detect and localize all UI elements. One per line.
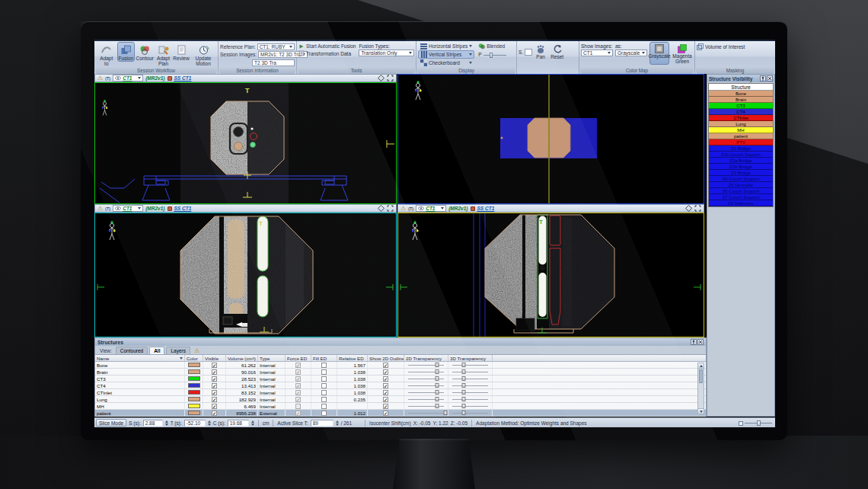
force-ed-cell[interactable]: ✓ xyxy=(286,376,311,382)
blended-button[interactable]: Blended xyxy=(476,42,508,50)
structure-color-cell[interactable] xyxy=(185,369,203,375)
show-2d-outlines-checkbox[interactable]: ✓ xyxy=(383,369,388,375)
fill-ed-cell[interactable] xyxy=(311,382,337,388)
scroll-up-button[interactable] xyxy=(698,363,704,369)
grayscale-toggle-button[interactable]: Grayscale xyxy=(649,42,669,65)
force-ed-checkbox[interactable]: ✓ xyxy=(295,411,301,416)
show-2d-outlines-cell[interactable]: ✓ xyxy=(368,382,404,388)
fill-ed-checkbox[interactable] xyxy=(321,369,327,375)
force-ed-checkbox[interactable]: ✓ xyxy=(295,363,301,368)
structure-visibility-row[interactable]: Bone xyxy=(709,91,773,97)
structure-visibility-row[interactable]: Lung xyxy=(709,121,773,127)
visible-checkbox[interactable]: ✓ xyxy=(212,369,217,375)
structure-visibility-row[interactable]: CTInlet xyxy=(709,115,773,121)
fill-ed-cell[interactable] xyxy=(311,389,337,395)
c-slice-input[interactable]: 19.68 xyxy=(228,420,249,427)
zoom-out-icon[interactable] xyxy=(739,421,743,426)
start-automatic-fusion-button[interactable]: Start Automatic Fusion xyxy=(298,43,356,50)
t-slice-spinner[interactable] xyxy=(208,420,211,426)
transparency-2d-slider[interactable] xyxy=(404,389,448,395)
tab-contoured[interactable]: Contoured xyxy=(116,347,148,354)
column-fill-ed[interactable]: Fill ED xyxy=(311,355,337,361)
reset-button[interactable]: Reset xyxy=(549,43,565,60)
viewport-room-overview[interactable] xyxy=(397,74,704,204)
structure-color-cell[interactable] xyxy=(185,382,203,388)
s-slice-spinner[interactable] xyxy=(165,420,168,426)
series-field[interactable]: T2 3D Tra xyxy=(252,59,295,66)
transparency-3d-slider[interactable] xyxy=(448,369,493,375)
show-2d-outlines-cell[interactable]: ✓ xyxy=(368,376,404,382)
fill-ed-checkbox[interactable] xyxy=(321,404,327,409)
force-ed-cell[interactable]: ✓ xyxy=(286,410,311,416)
force-ed-checkbox[interactable] xyxy=(295,404,301,409)
force-ed-checkbox[interactable]: ✓ xyxy=(295,390,301,395)
structure-visibility-row[interactable]: Z7 Couch Support xyxy=(709,194,773,200)
diamond-marker-icon[interactable] xyxy=(378,205,385,212)
force-ed-checkbox[interactable]: ✓ xyxy=(295,397,301,402)
column-show-2d-outlines[interactable]: Show 2D Outlines xyxy=(368,355,404,361)
transparency-2d-slider[interactable] xyxy=(404,369,448,375)
review-button[interactable]: Review xyxy=(172,42,190,62)
transparency-3d-slider[interactable] xyxy=(448,410,493,416)
active-slice-spinner[interactable] xyxy=(336,420,339,426)
structure-visibility-row[interactable]: Z3 Bridge xyxy=(709,170,773,176)
fill-ed-cell[interactable] xyxy=(311,376,337,382)
viewport-image-select[interactable]: CT1 xyxy=(416,205,446,212)
structure-visibility-row[interactable]: Z1b Couch Support xyxy=(709,152,773,158)
force-ed-checkbox[interactable]: ✓ xyxy=(295,383,301,388)
diamond-marker-icon[interactable] xyxy=(685,205,692,212)
structure-visibility-row[interactable]: Z2a Bridge xyxy=(709,158,773,164)
viewport-transverse-fusion[interactable]: T xyxy=(94,82,397,204)
visible-checkbox[interactable]: ✓ xyxy=(212,383,217,388)
structure-visibility-row[interactable]: Z5 Herculite xyxy=(709,182,773,188)
fill-ed-checkbox[interactable] xyxy=(321,411,327,416)
show-2d-outlines-checkbox[interactable]: ✓ xyxy=(383,390,388,395)
structure-table-row[interactable]: patient ✓ 8956.238 External ✓ 1.012 ✓ xyxy=(95,410,706,417)
column-3d-transparency[interactable]: 3D Transparency xyxy=(448,355,493,361)
structure-visibility-row[interactable]: Z2b Bridge xyxy=(709,164,773,170)
close-panel-button[interactable] xyxy=(697,339,704,345)
column-type[interactable]: Type xyxy=(258,355,286,361)
show-2d-outlines-cell[interactable]: ✓ xyxy=(368,403,404,409)
transparency-3d-slider[interactable] xyxy=(448,396,493,402)
fill-ed-cell[interactable] xyxy=(311,403,337,409)
force-ed-cell[interactable]: ✓ xyxy=(286,362,311,368)
fill-ed-cell[interactable] xyxy=(311,362,337,368)
transparency-3d-slider[interactable] xyxy=(448,382,493,388)
blend-slider[interactable] xyxy=(483,52,506,58)
status-zoom-slider[interactable] xyxy=(739,420,774,427)
structure-visibility-row[interactable]: Z8 Makrolon xyxy=(709,200,773,206)
visible-checkbox[interactable]: ✓ xyxy=(212,376,217,382)
show-2d-outlines-cell[interactable]: ✓ xyxy=(368,396,404,402)
structure-visibility-row[interactable]: Z6 Couch Support xyxy=(709,188,773,194)
expand-view-icon[interactable] xyxy=(387,205,394,212)
structure-table-row[interactable]: CT4 ✓ 13.413 Internal ✓ 1.038 ✓ xyxy=(95,382,706,389)
structure-color-cell[interactable] xyxy=(185,396,203,402)
force-ed-cell[interactable]: ✓ xyxy=(286,389,311,395)
adapt-plan-button[interactable]: Adapt Plan xyxy=(155,42,172,67)
fill-ed-checkbox[interactable] xyxy=(321,363,327,368)
visible-checkbox[interactable]: ✓ xyxy=(212,390,217,395)
structure-table-row[interactable]: CT3 ✓ 28.523 Internal ✓ 1.038 ✓ xyxy=(95,376,706,382)
s-field[interactable] xyxy=(525,49,532,56)
structure-visibility-row[interactable]: MH xyxy=(709,127,773,133)
scroll-down-button[interactable] xyxy=(698,408,704,414)
visible-cell[interactable]: ✓ xyxy=(203,362,226,368)
scroll-thumb[interactable] xyxy=(699,369,703,383)
fill-ed-checkbox[interactable] xyxy=(321,383,327,388)
fusion-types-select[interactable]: Translation Only xyxy=(359,50,414,56)
structure-set-link[interactable]: SS CT1 xyxy=(174,206,192,211)
viewport-sagittal-mr[interactable]: T xyxy=(397,213,704,337)
force-ed-checkbox[interactable]: ✓ xyxy=(295,369,301,375)
force-ed-cell[interactable] xyxy=(286,403,311,409)
transparency-3d-slider[interactable] xyxy=(448,362,493,368)
vertical-stripes-button[interactable]: Vertical Stripes xyxy=(418,50,474,59)
pin-panel-button[interactable] xyxy=(760,75,766,82)
close-panel-button[interactable] xyxy=(767,75,773,82)
transparency-2d-slider[interactable] xyxy=(404,396,448,402)
show-2d-outlines-cell[interactable]: ✓ xyxy=(368,369,404,375)
column-2d-transparency[interactable]: 2D Transparency xyxy=(404,355,448,361)
pan-button[interactable]: Pan xyxy=(534,43,547,60)
show-2d-outlines-checkbox[interactable]: ✓ xyxy=(383,397,388,402)
visible-checkbox[interactable]: ✓ xyxy=(212,397,217,402)
